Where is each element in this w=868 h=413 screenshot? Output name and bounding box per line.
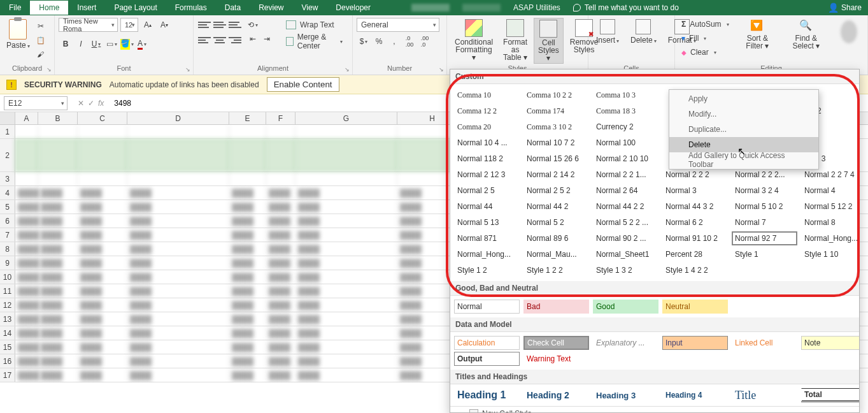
select-all-corner[interactable]	[0, 112, 15, 124]
sort-filter-button[interactable]: Sort & Filter ▾	[737, 18, 779, 51]
cell[interactable]	[78, 125, 127, 138]
style-item[interactable]: Normal 2 14 2	[523, 168, 589, 182]
cell[interactable]: ████	[38, 228, 78, 242]
cell[interactable]: ████	[127, 368, 229, 382]
style-item[interactable]: Normal 5 13	[454, 215, 520, 229]
cell[interactable]: ████	[127, 298, 229, 312]
cell[interactable]: ████	[38, 214, 78, 228]
column-header[interactable]: A	[15, 112, 38, 124]
cell[interactable]: ████	[78, 228, 127, 242]
cell[interactable]: ████	[229, 228, 266, 242]
cell[interactable]: ████	[127, 284, 229, 298]
style-item[interactable]: Style 1 4 2 2	[662, 263, 728, 277]
cell[interactable]: ████	[38, 368, 78, 382]
style-item[interactable]: Normal 3	[662, 184, 728, 198]
column-header[interactable]: F	[266, 112, 295, 124]
cell[interactable]: ████	[266, 242, 295, 256]
cell[interactable]: ████	[15, 298, 38, 312]
style-item[interactable]: Total	[801, 388, 860, 402]
style-item[interactable]: Normal 2 64	[593, 184, 658, 198]
style-item[interactable]: Heading 4	[662, 388, 728, 402]
cell[interactable]: ████	[127, 354, 229, 368]
style-item[interactable]: Normal_Hong...	[801, 231, 860, 245]
wrap-text-button[interactable]: Wrap Text	[280, 18, 348, 32]
column-header[interactable]: C	[78, 112, 127, 124]
tab-developer[interactable]: Developer	[327, 1, 380, 15]
context-menu-item[interactable]: Delete	[669, 137, 818, 152]
cell[interactable]: ████	[229, 200, 266, 214]
cell[interactable]: ████	[38, 354, 78, 368]
cell[interactable]: ████	[78, 354, 127, 368]
tab-asap[interactable]: ASAP Utilities	[513, 3, 560, 12]
align-bottom[interactable]	[228, 18, 242, 32]
cell[interactable]: ████	[266, 270, 295, 284]
cell[interactable]: ████	[78, 284, 127, 298]
cell[interactable]: ████	[229, 368, 266, 382]
cut-button[interactable]	[35, 20, 46, 32]
cell[interactable]: ████	[15, 256, 38, 270]
paste-button[interactable]: Paste	[4, 18, 32, 51]
cell[interactable]: ████	[229, 326, 266, 340]
cell[interactable]: ████	[15, 228, 38, 242]
font-size-combo[interactable]: 12	[120, 18, 138, 32]
style-item[interactable]: Comma 12 2	[454, 104, 520, 118]
style-item[interactable]: Normal 2 12 3	[454, 168, 520, 182]
comma-button[interactable]: ,	[387, 34, 401, 48]
fill-color-button[interactable]: 🪣	[120, 37, 134, 51]
percent-button[interactable]: %	[372, 34, 386, 48]
cell[interactable]: ████	[78, 186, 127, 199]
cell[interactable]: ████	[229, 186, 266, 199]
style-item[interactable]: Percent 28	[662, 247, 728, 261]
increase-decimal[interactable]: .0.00	[402, 34, 416, 48]
cell[interactable]	[229, 172, 266, 185]
tab-review[interactable]: Review	[250, 1, 292, 15]
cell[interactable]: ████	[15, 214, 38, 228]
row-header[interactable]: 15	[0, 340, 15, 354]
style-item[interactable]: Neutral	[662, 300, 728, 314]
style-item[interactable]: Normal 44 2	[523, 199, 589, 214]
cell[interactable]: ████	[295, 368, 397, 382]
format-painter-button[interactable]	[35, 48, 46, 60]
align-middle[interactable]	[213, 18, 227, 32]
border-button[interactable]: ▭	[104, 37, 118, 51]
cell[interactable]: ████	[38, 340, 78, 354]
cell[interactable]	[295, 172, 397, 185]
row-header[interactable]: 13	[0, 312, 15, 326]
cell[interactable]: ████	[38, 200, 78, 214]
clear-button[interactable]: Clear	[679, 46, 732, 59]
cell[interactable]	[229, 139, 266, 171]
row-header[interactable]: 6	[0, 214, 15, 228]
cell[interactable]: ████	[15, 312, 38, 326]
style-item[interactable]: Normal 118 2	[454, 152, 520, 166]
share-button[interactable]: Share	[841, 3, 862, 12]
row-header[interactable]: 9	[0, 256, 15, 270]
style-item[interactable]: Style 1	[732, 247, 797, 261]
cell[interactable]: ████	[229, 340, 266, 354]
style-item[interactable]: Normal 2 10 10	[593, 152, 658, 166]
style-item[interactable]: Comma 174	[523, 104, 589, 118]
font-name-combo[interactable]: Times New Roma	[59, 18, 118, 32]
style-item[interactable]: Normal_Mau...	[523, 247, 589, 261]
style-item[interactable]: Normal 2 2 7 4	[801, 168, 860, 182]
cancel-formula-icon[interactable]: ✕	[78, 99, 84, 108]
row-header[interactable]: 14	[0, 326, 15, 340]
cell[interactable]	[15, 139, 38, 171]
style-item[interactable]: Style 1 3 2	[593, 263, 658, 277]
style-item[interactable]: Input	[662, 336, 728, 350]
cell[interactable]: ████	[15, 270, 38, 284]
align-top[interactable]	[197, 18, 211, 32]
cell[interactable]	[127, 125, 229, 138]
style-item[interactable]: Comma 10 3	[593, 88, 658, 102]
cell[interactable]: ████	[295, 270, 397, 284]
style-item[interactable]: Heading 2	[523, 388, 589, 402]
cell[interactable]: ████	[38, 312, 78, 326]
delete-cells-button[interactable]: Delete	[627, 18, 660, 46]
cell[interactable]: ████	[15, 242, 38, 256]
underline-button[interactable]: U	[89, 37, 103, 51]
style-item[interactable]: Normal 92 7	[732, 231, 797, 245]
cell[interactable]	[38, 125, 78, 138]
enter-formula-icon[interactable]: ✓	[88, 99, 94, 108]
style-item[interactable]: Normal 91 10 2	[662, 231, 728, 245]
cell[interactable]: ████	[38, 186, 78, 199]
cell[interactable]: ████	[266, 326, 295, 340]
